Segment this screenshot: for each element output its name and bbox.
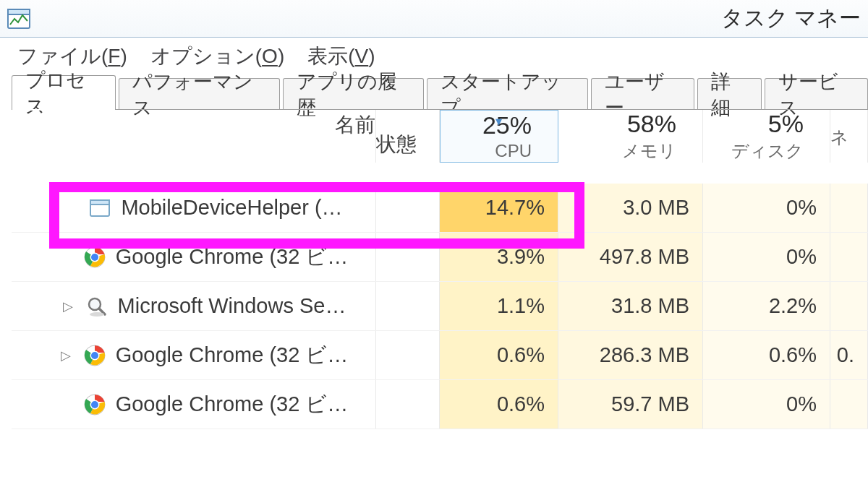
tab-strip: プロセス パフォーマンス アプリの履歴 スタートアップ ユーザー 詳細 サービス <box>0 75 868 110</box>
sort-indicator-icon: ▾ <box>495 113 502 129</box>
cell-status <box>376 380 440 429</box>
svg-point-12 <box>91 352 98 359</box>
table-row[interactable]: MobileDeviceHelper (…14.7%3.0 MB0% <box>12 184 868 233</box>
table-row[interactable]: ▷ Microsoft Windows Se…1.1%31.8 MB2.2% <box>12 282 868 331</box>
window-icon <box>89 197 111 219</box>
table-row[interactable]: Google Chrome (32 ビ…0.6%59.7 MB0% <box>12 380 868 429</box>
svg-rect-1 <box>8 9 30 14</box>
cell-name: ▷ Microsoft Windows Se… <box>12 282 376 330</box>
tab-services[interactable]: サービス <box>765 78 868 110</box>
col-header-disk[interactable]: 5% ディスク <box>703 110 830 163</box>
svg-point-6 <box>91 254 98 261</box>
taskmgr-icon <box>7 9 30 29</box>
cell-disk: 2.2% <box>703 282 830 330</box>
cell-net <box>830 184 868 232</box>
col-header-status[interactable]: 状態 <box>376 110 440 163</box>
menu-view[interactable]: 表示(V) <box>307 43 375 70</box>
cell-disk: 0% <box>703 184 830 232</box>
cell-status <box>376 233 440 281</box>
tab-app-history[interactable]: アプリの履歴 <box>283 78 424 110</box>
cell-cpu: 0.6% <box>440 331 558 379</box>
window-title: タスク マネー <box>721 4 861 33</box>
cell-cpu: 14.7% <box>440 184 558 232</box>
cell-cpu: 3.9% <box>440 233 558 281</box>
tab-performance[interactable]: パフォーマンス <box>119 78 280 110</box>
cell-name: MobileDeviceHelper (… <box>12 184 376 232</box>
process-name: MobileDeviceHelper (… <box>121 196 342 220</box>
cell-disk: 0% <box>703 380 830 429</box>
svg-point-15 <box>91 401 98 408</box>
cell-mem: 286.3 MB <box>558 331 703 379</box>
cell-net: 0. <box>830 331 868 379</box>
chrome-icon <box>84 246 106 268</box>
tab-processes[interactable]: プロセス <box>12 75 116 110</box>
col-header-network[interactable]: ネ <box>830 110 868 163</box>
process-table: 名前 状態 ▾ 25% CPU 58% メモリ 5% ディスク ネ <box>12 110 868 429</box>
cell-net <box>830 233 868 281</box>
cell-mem: 31.8 MB <box>558 282 703 330</box>
cell-name: ▷ Google Chrome (32 ビ… <box>12 331 376 379</box>
chrome-icon <box>84 345 106 366</box>
cell-status <box>376 282 440 330</box>
cell-status <box>376 331 440 379</box>
cell-status <box>376 184 440 232</box>
cell-mem: 59.7 MB <box>558 380 703 429</box>
chrome-icon <box>84 394 106 416</box>
svg-rect-3 <box>90 200 109 205</box>
cell-name: Google Chrome (32 ビ… <box>12 233 376 281</box>
cell-mem: 3.0 MB <box>558 184 703 232</box>
tab-users[interactable]: ユーザー <box>591 78 694 110</box>
table-row[interactable]: ▷ Google Chrome (32 ビ…0.6%286.3 MB0.6%0. <box>12 331 868 380</box>
window-titlebar: タスク マネー <box>0 0 868 38</box>
process-name: Microsoft Windows Se… <box>118 294 346 318</box>
cell-net <box>830 380 868 429</box>
cell-cpu: 1.1% <box>440 282 558 330</box>
process-name: Google Chrome (32 ビ… <box>116 243 349 272</box>
table-row[interactable]: Google Chrome (32 ビ…3.9%497.8 MB0% <box>12 233 868 282</box>
menu-file[interactable]: ファイル(F) <box>17 43 127 70</box>
expand-caret-icon[interactable]: ▷ <box>60 298 76 314</box>
expand-caret-icon[interactable]: ▷ <box>58 348 74 363</box>
col-header-cpu[interactable]: ▾ 25% CPU <box>440 110 558 163</box>
cell-cpu: 0.6% <box>440 380 558 429</box>
cell-disk: 0% <box>703 233 830 281</box>
table-header-row: 名前 状態 ▾ 25% CPU 58% メモリ 5% ディスク ネ <box>12 110 868 163</box>
tab-startup[interactable]: スタートアップ <box>427 78 588 110</box>
tab-details[interactable]: 詳細 <box>697 78 762 110</box>
svg-point-9 <box>90 312 104 317</box>
process-name: Google Chrome (32 ビ… <box>116 341 349 370</box>
col-header-memory[interactable]: 58% メモリ <box>558 110 703 163</box>
cell-name: Google Chrome (32 ビ… <box>12 380 376 429</box>
search-icon <box>86 296 108 317</box>
cell-disk: 0.6% <box>703 331 830 379</box>
menu-options[interactable]: オプション(O) <box>150 43 284 70</box>
process-name: Google Chrome (32 ビ… <box>116 390 349 419</box>
cell-mem: 497.8 MB <box>558 233 703 281</box>
cell-net <box>830 282 868 330</box>
